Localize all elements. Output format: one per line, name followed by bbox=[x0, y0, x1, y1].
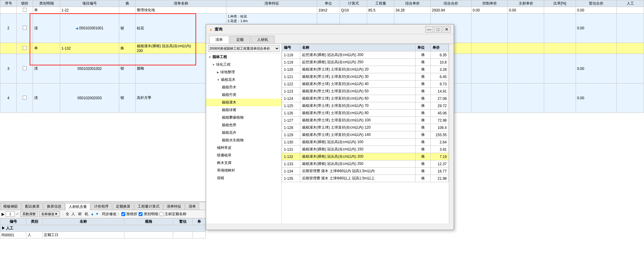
tree-item-tree[interactable]: 栽植乔木 bbox=[206, 84, 281, 91]
result-price: 155.55 bbox=[431, 131, 449, 139]
dialog-tabs: 清单 定额 人材机 bbox=[206, 34, 454, 44]
col-name: 名称 bbox=[43, 218, 124, 225]
result-row[interactable]: 1-133 栽植灌木(裸根) 冠丛高(在cm以内) 250 株 12.37 bbox=[282, 160, 449, 168]
tree-item-greening[interactable]: ▼ 绿化工程 bbox=[206, 61, 281, 68]
tree-item-bamboo[interactable]: 栽植竹类 bbox=[206, 91, 281, 99]
tree-item-turf[interactable]: 铺种草皮 bbox=[206, 144, 281, 152]
result-code: 1-131 bbox=[282, 146, 300, 153]
result-row[interactable]: 1-128 栽植灌木(带土球) 土球直径(在cm以内) 120 株 106.4 bbox=[282, 124, 449, 131]
tab-switch-info[interactable]: 换算信息 bbox=[44, 203, 65, 210]
result-unit: 株 bbox=[416, 102, 431, 110]
row-type: 清 bbox=[33, 54, 60, 83]
result-row[interactable]: 1-131 栽植灌木(裸根) 冠丛高(在cm以内) 150 株 3.91 bbox=[282, 146, 449, 153]
row-seq bbox=[0, 7, 17, 14]
dialog-tab-quota[interactable]: 定额 bbox=[230, 36, 250, 44]
tab-qty-formula[interactable]: 工程量计算式 bbox=[134, 203, 163, 210]
tab-list[interactable]: 清单 bbox=[185, 203, 199, 210]
result-unit: 株 bbox=[416, 146, 431, 153]
tree-item-vine[interactable]: 栽植攀缘植物 bbox=[206, 114, 281, 121]
tree-item-rope[interactable]: 草绳绕树杆 bbox=[206, 167, 281, 174]
col-est: 暂估 bbox=[173, 218, 193, 225]
header-combined-price: 综合合价 bbox=[431, 0, 472, 7]
row-ctrl bbox=[472, 43, 508, 54]
row-checkbox[interactable] bbox=[17, 14, 33, 43]
tab-template-rebar[interactable]: 模板钢筋 bbox=[0, 203, 21, 210]
tree-item-ground[interactable]: ▶ 绿地整理 bbox=[206, 68, 281, 76]
col-unit-header: 单位 bbox=[416, 44, 431, 51]
scrollbar[interactable] bbox=[449, 44, 454, 223]
result-unit: 株 bbox=[416, 124, 431, 131]
result-row[interactable]: 1-127 栽植灌木(带土球) 土球直径(在cm以内) 100 株 72.98 bbox=[282, 117, 449, 124]
result-row[interactable]: 1-121 栽植灌木(带土球) 土球直径(在cm以内) 30 株 6.45 bbox=[282, 73, 449, 80]
tree-item-support[interactable]: 树木支撑 bbox=[206, 159, 281, 167]
row-est bbox=[173, 232, 193, 238]
header-name: 清单名称 bbox=[136, 0, 226, 7]
tab-mix-calc[interactable]: 配比换算 bbox=[22, 203, 43, 210]
tree-item-color-belt[interactable]: 栽植色带 bbox=[206, 121, 281, 129]
tree-label: 栽植灌木 bbox=[222, 100, 236, 105]
tree-item-hedge[interactable]: 栽植绿篱 bbox=[206, 106, 281, 114]
result-row[interactable]: 1-126 栽植灌木(带土球) 土球直径(在cm以内) 80 株 45.06 bbox=[282, 110, 449, 117]
tax-checkbox[interactable] bbox=[121, 212, 125, 216]
dialog-tab-list[interactable]: 清单 bbox=[209, 36, 229, 44]
result-row[interactable]: 1-130 栽植灌木(裸根) 冠丛高(在cm以内) 100 株 2.64 bbox=[282, 139, 449, 146]
row-checkbox[interactable] bbox=[17, 83, 33, 113]
modify-name-button[interactable]: 名称修改▼ bbox=[39, 211, 60, 217]
result-name: 栽植灌木(带土球) 土球直径(在cm以内) 30 bbox=[300, 73, 416, 80]
result-unit: 株 bbox=[416, 131, 431, 139]
row-checkbox[interactable] bbox=[17, 43, 33, 54]
tree-item-garden[interactable]: ▼ 园林工程 bbox=[206, 53, 281, 61]
tab-list-feature[interactable]: 清单特征 bbox=[163, 203, 185, 210]
header-seq: 序号 bbox=[0, 0, 17, 7]
row-ratio bbox=[544, 14, 576, 43]
header-switch: 换 bbox=[119, 0, 136, 7]
result-row[interactable]: 1-123 栽植灌木(带土球) 土球直径(在cm以内) 50 株 14.91 bbox=[282, 88, 449, 95]
row-checkbox[interactable] bbox=[17, 54, 33, 83]
quota-checkbox[interactable] bbox=[159, 212, 163, 216]
tab-price-prog[interactable]: 计价程序 bbox=[91, 203, 112, 210]
row-id: R00001 bbox=[0, 232, 26, 238]
result-code: 1-118 bbox=[282, 51, 300, 59]
result-row[interactable]: 1-134 后期管理费 灌木 土球Φ80以内 冠高1.5m以内 株 16.77 bbox=[282, 168, 449, 175]
tab-labor-machine[interactable]: 人材机含量 bbox=[65, 203, 90, 210]
tab-quota-switch[interactable]: 定额换算 bbox=[113, 203, 134, 210]
close-button[interactable]: ✕ bbox=[443, 26, 451, 33]
result-row[interactable]: 1-122 栽植灌木(带土球) 土球直径(在cm以内) 40 株 9.73 bbox=[282, 80, 449, 88]
row-checkbox[interactable] bbox=[17, 7, 33, 14]
table-row[interactable]: 单 1-22 整理绿化地 10m2 Q/10 85.5 34.28 2930.9… bbox=[0, 7, 644, 14]
row-ratio bbox=[544, 54, 576, 83]
result-row[interactable]: 1-125 栽植灌木(带土球) 土球直径(在cm以内) 70 株 29.72 bbox=[282, 102, 449, 110]
tree-item-aquatic[interactable]: 栽植水生植物 bbox=[206, 136, 281, 144]
result-row[interactable]: 1-132 栽植灌木(裸根) 冠丛高(在cm以内) 200 株 7.19 bbox=[282, 153, 449, 160]
minimize-button[interactable]: — bbox=[425, 26, 433, 33]
tree-label: 树木支撑 bbox=[217, 160, 232, 166]
type-checkbox[interactable] bbox=[139, 212, 143, 216]
row-switch: 锁 bbox=[119, 54, 136, 83]
quota-select[interactable]: 2008河南省园林工程工程量清单综合单价 bbox=[208, 45, 280, 52]
adjust-button[interactable]: 系数调整 bbox=[20, 211, 38, 217]
material-label: 材 bbox=[78, 212, 82, 217]
result-row[interactable]: 1-118 起挖灌木(裸根) 冠丛高(在cm以内) 200 株 6.35 bbox=[282, 51, 449, 59]
dialog-tab-labor-machine[interactable]: 人材机 bbox=[251, 36, 274, 44]
table-row[interactable]: R00001 人 定额工日 bbox=[0, 232, 206, 238]
maximize-button[interactable]: □ bbox=[434, 26, 442, 33]
down-arrow: ▼ bbox=[95, 212, 99, 216]
tree-item-temp-plant[interactable]: 假植 bbox=[206, 174, 281, 182]
tree-item-flower[interactable]: 栽植花卉 bbox=[206, 129, 281, 136]
tree-item-spray-grass[interactable]: 喷播植草 bbox=[206, 152, 281, 159]
tree-item-plant[interactable]: ▼ 栽植花木 bbox=[206, 76, 281, 84]
result-row[interactable]: 1-120 栽植灌木(带土球) 土球直径(在cm以内) 20 株 3.28 bbox=[282, 66, 449, 73]
result-row[interactable]: 1-119 起挖灌木(裸根) 冠丛高(在cm以内) 250 株 10.8 bbox=[282, 59, 449, 66]
result-row[interactable]: 1-124 栽植灌木(带土球) 土球直径(在cm以内) 60 株 27.08 bbox=[282, 95, 449, 102]
result-price: 6.35 bbox=[431, 51, 449, 59]
result-price: 12.37 bbox=[431, 160, 449, 168]
tree-item-shrub[interactable]: 栽植灌木 bbox=[206, 99, 281, 106]
query-dialog: ▲ 查询 — □ ✕ 清单 定额 人材机 2008河南省园林工程工程量清单综合单… bbox=[206, 24, 454, 230]
count-input[interactable] bbox=[6, 211, 15, 217]
result-price: 2.64 bbox=[431, 139, 449, 146]
result-row[interactable]: 1-135 后期管理费 灌木 土球Φ80以上 冠高1.5m以上 株 21.98 bbox=[282, 175, 449, 182]
row-item: 050102001002 bbox=[60, 54, 119, 83]
row-ratio bbox=[544, 7, 576, 14]
result-unit: 株 bbox=[416, 117, 431, 124]
result-row[interactable]: 1-129 栽植灌木(带土球) 土球直径(在cm以内) 140 株 155.55 bbox=[282, 131, 449, 139]
